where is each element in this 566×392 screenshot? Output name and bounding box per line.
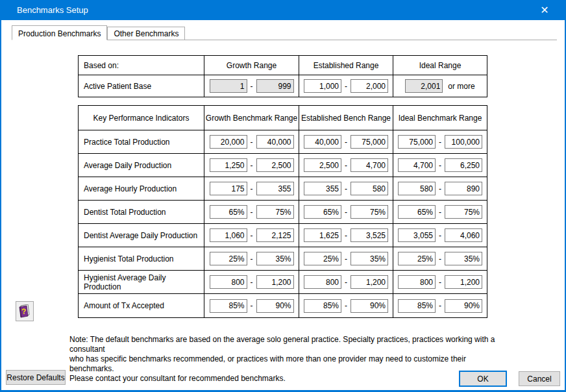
ideal-range-cell: -: [393, 271, 487, 294]
established-min-input[interactable]: [304, 299, 341, 313]
growth-max-input[interactable]: [256, 182, 294, 195]
growth-range-cell: -: [204, 294, 299, 317]
established-range-cell: -: [299, 247, 393, 271]
range-dash: -: [345, 184, 347, 193]
growth-max-input[interactable]: [256, 135, 294, 149]
column-header: Established Range: [299, 56, 393, 75]
kpi-row-label: Average Hourly Production: [79, 177, 204, 201]
range-dash: -: [345, 161, 347, 170]
established-max-input[interactable]: [351, 252, 388, 265]
ideal-max-input[interactable]: [445, 158, 482, 172]
established-max-input[interactable]: [351, 135, 388, 149]
restore-defaults-button[interactable]: Restore Defaults: [6, 370, 66, 385]
ideal-range-cell: -: [393, 294, 487, 317]
established-min-input[interactable]: [304, 228, 341, 242]
help-book-icon: ?: [19, 304, 31, 319]
established-min-input[interactable]: [304, 135, 341, 149]
kpi-row-label: Dentist Total Production: [79, 201, 204, 224]
ok-button[interactable]: OK: [459, 371, 507, 387]
range-dash: -: [439, 208, 441, 217]
ideal-min-input[interactable]: [398, 158, 436, 172]
ideal-min-input[interactable]: [398, 182, 436, 195]
established-min-input[interactable]: [304, 158, 341, 172]
range-dash: -: [439, 254, 441, 263]
svg-text:?: ?: [21, 306, 27, 316]
range-dash: -: [251, 208, 253, 217]
established-min-input[interactable]: [304, 275, 341, 289]
growth-min-input[interactable]: [210, 299, 247, 313]
ideal-min-input[interactable]: [398, 228, 436, 242]
established-max-input[interactable]: [351, 158, 388, 172]
growth-max-input[interactable]: [256, 228, 294, 242]
range-dash: -: [439, 161, 441, 170]
range-dash: -: [251, 278, 253, 287]
ideal-max-input[interactable]: [445, 299, 482, 313]
established-min-input[interactable]: [304, 205, 341, 219]
ideal-max-input[interactable]: [445, 228, 482, 242]
note-text: Note: The default benchmarks are based o…: [69, 335, 511, 384]
close-icon[interactable]: ✕: [534, 0, 556, 20]
established-max-input[interactable]: [351, 275, 388, 289]
established-max-input[interactable]: [351, 228, 388, 242]
growth-min-input[interactable]: [210, 158, 247, 172]
ideal-suffix-label: or more: [448, 82, 474, 91]
ideal-range-cell: -: [393, 247, 487, 271]
growth-min-input[interactable]: [210, 182, 247, 195]
patient-base-growth-min-input: [210, 79, 247, 93]
tab-other-benchmarks[interactable]: Other Benchmarks: [107, 27, 185, 40]
ideal-max-input[interactable]: [445, 275, 482, 289]
ideal-max-input[interactable]: [445, 252, 482, 265]
ideal-max-input[interactable]: [445, 182, 482, 195]
range-dash: -: [345, 254, 347, 263]
established-range-cell: -: [299, 130, 393, 154]
ideal-min-input[interactable]: [398, 275, 436, 289]
range-dash: -: [345, 231, 347, 240]
established-max-input[interactable]: [351, 182, 388, 195]
kpi-row-label: Amount of Tx Accepted: [79, 294, 204, 317]
established-min-input[interactable]: [304, 252, 341, 265]
ideal-min-input[interactable]: [398, 252, 436, 265]
established-min-input[interactable]: [304, 182, 341, 195]
column-header: Ideal Range: [393, 56, 487, 75]
row-label: Active Patient Base: [79, 75, 204, 97]
range-dash: -: [251, 301, 253, 310]
note-line: Please contact your consultant for recom…: [69, 374, 511, 384]
ideal-max-input[interactable]: [445, 205, 482, 219]
cancel-button[interactable]: Cancel: [519, 371, 560, 386]
kpi-row-label: Hygienist Average Daily Production: [79, 271, 204, 294]
window-title: Benchmarks Setup: [17, 5, 88, 15]
range-dash: -: [251, 254, 253, 263]
growth-min-input[interactable]: [210, 205, 247, 219]
growth-max-input[interactable]: [256, 252, 294, 265]
growth-min-input[interactable]: [210, 228, 247, 242]
patient-base-established-max-input[interactable]: [351, 79, 388, 93]
column-header: Established Bench Range: [299, 106, 393, 130]
range-dash: -: [251, 161, 253, 170]
benchmarks-setup-dialog: Benchmarks Setup ✕ Production Benchmarks…: [0, 0, 566, 392]
growth-max-input[interactable]: [256, 275, 294, 289]
growth-min-input[interactable]: [210, 252, 247, 265]
ideal-max-input[interactable]: [445, 135, 482, 149]
growth-max-input[interactable]: [256, 205, 294, 219]
tab-production-benchmarks[interactable]: Production Benchmarks: [12, 25, 107, 40]
ideal-min-input[interactable]: [398, 135, 436, 149]
growth-min-input[interactable]: [210, 275, 247, 289]
ideal-min-input[interactable]: [398, 299, 436, 313]
ideal-range-cell: -: [393, 201, 487, 224]
established-range-cell: -: [299, 201, 393, 224]
kpi-table: Key Performance Indicators Growth Benchm…: [78, 105, 487, 318]
established-range-cell: -: [299, 271, 393, 294]
help-book-button[interactable]: ?: [16, 301, 34, 321]
ideal-min-input[interactable]: [398, 205, 436, 219]
established-range-cell: -: [299, 224, 393, 247]
column-header: Based on:: [79, 56, 204, 75]
patient-base-established-min-input[interactable]: [304, 79, 341, 93]
title-bar: Benchmarks Setup: [0, 0, 566, 20]
range-dash: -: [251, 82, 253, 91]
established-max-input[interactable]: [351, 299, 388, 313]
growth-min-input[interactable]: [210, 135, 247, 149]
growth-max-input[interactable]: [256, 158, 294, 172]
established-max-input[interactable]: [351, 205, 388, 219]
growth-max-input[interactable]: [256, 299, 294, 313]
growth-range-cell: -: [204, 201, 299, 224]
